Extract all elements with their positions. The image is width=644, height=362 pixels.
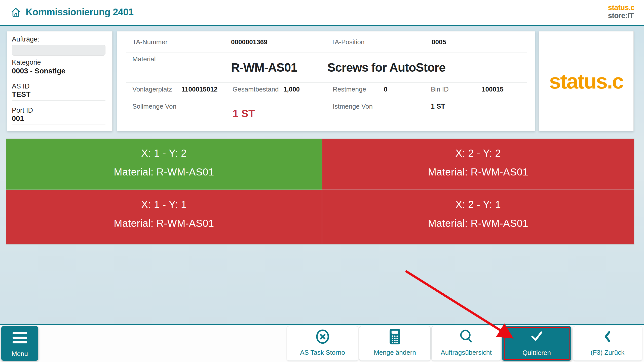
menu-button-label: Menu xyxy=(1,350,38,358)
circle-x-icon xyxy=(287,329,358,344)
divider xyxy=(126,82,527,83)
orders-panel: Aufträge: Kategorie 0003 - Sonstige AS I… xyxy=(7,31,112,131)
sollmenge-label: Sollmenge Von xyxy=(132,103,176,110)
orders-input[interactable] xyxy=(12,45,105,56)
ta-nummer-label: TA-Nummer xyxy=(132,38,168,46)
gesamtbestand-label: Gesamtbestand xyxy=(233,85,279,93)
sollmenge-value: 1 ST xyxy=(233,108,255,120)
material-name: Screws for AutoStore xyxy=(327,61,445,74)
istmenge-label: Istmenge Von xyxy=(333,103,373,110)
material-label: Material xyxy=(132,55,156,63)
vonlagerplatz-label: Vonlagerplatz xyxy=(132,85,172,93)
port-cell-coords: X: 1 - Y: 2 xyxy=(141,148,186,159)
menge-aendern-button[interactable]: Menge ändern xyxy=(359,326,431,361)
restmenge-value: 0 xyxy=(384,85,387,93)
port-cell-coords: X: 1 - Y: 1 xyxy=(141,199,186,210)
brand-logo-header: status.c store:IT xyxy=(608,4,634,20)
divider xyxy=(12,77,105,77)
port-cell-coords: X: 2 - Y: 2 xyxy=(456,148,501,159)
auftragsuebersicht-label: Auftragsübersicht xyxy=(432,349,501,356)
menu-button[interactable]: Menu xyxy=(1,326,38,361)
ta-position-value: 0005 xyxy=(432,38,446,46)
divider xyxy=(126,130,527,130)
port-grid: X: 1 - Y: 2 Material: R-WM-AS01 X: 2 - Y… xyxy=(6,139,634,245)
page-title: Kommissionierung 2401 xyxy=(26,7,134,18)
port-cell-x1-y1: X: 1 - Y: 1 Material: R-WM-AS01 xyxy=(6,190,322,244)
zurueck-label: (F3) Zurück xyxy=(573,349,642,356)
chevron-left-icon xyxy=(573,329,642,344)
orders-label: Aufträge: xyxy=(12,35,40,43)
magnifier-icon xyxy=(432,329,501,344)
as-id-value: TEST xyxy=(12,90,30,99)
ta-position-label: TA-Position xyxy=(331,38,364,46)
header: Kommissionierung 2401 status.c store:IT xyxy=(0,0,644,26)
as-id-label: AS ID xyxy=(12,82,30,90)
menge-aendern-label: Menge ändern xyxy=(359,349,430,356)
checkmark-icon xyxy=(502,329,571,344)
istmenge-value: 1 ST xyxy=(431,103,445,110)
brand-logo-line2: store:IT xyxy=(608,12,634,20)
as-task-storno-button[interactable]: AS Task Storno xyxy=(287,326,358,361)
port-cell-material: Material: R-WM-AS01 xyxy=(428,218,528,229)
as-task-storno-label: AS Task Storno xyxy=(287,349,358,356)
kategorie-value: 0003 - Sonstige xyxy=(12,67,65,75)
ta-nummer-value: 0000001369 xyxy=(231,38,268,46)
port-cell-x1-y2: X: 1 - Y: 2 Material: R-WM-AS01 xyxy=(6,139,322,190)
brand-logo-line1: status.c xyxy=(608,4,634,12)
divider xyxy=(126,99,527,99)
task-info-panel: TA-Nummer 0000001369 TA-Position 0005 Ma… xyxy=(117,31,535,131)
kategorie-label: Kategorie xyxy=(12,59,41,66)
restmenge-label: Restmenge xyxy=(333,85,366,93)
brand-logo-large: status.c xyxy=(549,69,623,94)
quittieren-label: Quittieren xyxy=(502,349,571,357)
divider xyxy=(126,53,527,53)
brand-logo-panel: status.c xyxy=(539,31,634,131)
quittieren-button[interactable]: Quittieren xyxy=(502,326,571,361)
bin-id-value: 100015 xyxy=(482,85,504,93)
auftragsuebersicht-button[interactable]: Auftragsübersicht xyxy=(431,326,501,361)
port-cell-coords: X: 2 - Y: 1 xyxy=(456,199,501,210)
port-cell-x2-y2: X: 2 - Y: 2 Material: R-WM-AS01 xyxy=(322,139,634,190)
home-icon[interactable] xyxy=(11,7,21,18)
hamburger-icon xyxy=(13,332,27,343)
bin-id-label: Bin ID xyxy=(431,85,449,93)
calculator-icon xyxy=(359,329,430,344)
port-cell-x2-y1: X: 2 - Y: 1 Material: R-WM-AS01 xyxy=(322,190,634,244)
port-cell-material: Material: R-WM-AS01 xyxy=(114,166,214,178)
gesamtbestand-value: 1,000 xyxy=(283,85,300,93)
material-code: R-WM-AS01 xyxy=(231,61,297,74)
port-id-label: Port ID xyxy=(12,107,33,114)
vonlagerplatz-value: 1100015012 xyxy=(181,85,217,93)
port-id-value: 001 xyxy=(12,114,24,123)
port-cell-material: Material: R-WM-AS01 xyxy=(428,166,528,178)
zurueck-button[interactable]: (F3) Zurück xyxy=(573,326,642,361)
divider xyxy=(12,100,105,101)
divider xyxy=(12,124,105,124)
port-cell-material: Material: R-WM-AS01 xyxy=(114,218,214,229)
